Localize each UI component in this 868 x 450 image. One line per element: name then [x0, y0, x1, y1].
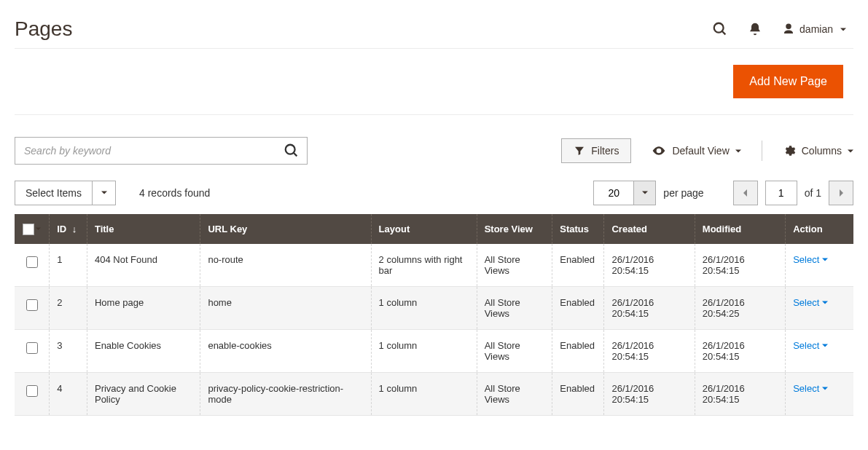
cell-layout: 1 column	[371, 329, 477, 372]
caret-down-icon	[822, 340, 828, 351]
cell-store-view: All Store Views	[477, 286, 552, 329]
caret-down-icon	[822, 297, 828, 308]
per-page-label: per page	[663, 187, 703, 199]
search-icon[interactable]	[712, 21, 728, 37]
row-action-select[interactable]: Select	[793, 254, 828, 265]
select-items-label: Select Items	[15, 181, 93, 205]
col-header-modified[interactable]: Modified	[695, 214, 785, 244]
cell-modified: 26/1/2016 20:54:15	[695, 244, 785, 287]
pager: per page of 1	[593, 181, 853, 205]
col-header-title[interactable]: Title	[87, 214, 200, 244]
caret-down-icon	[848, 145, 853, 157]
select-all-checkbox[interactable]	[23, 224, 34, 235]
filters-label: Filters	[591, 145, 619, 157]
sort-down-icon: ↓	[72, 224, 77, 234]
cell-status: Enabled	[552, 329, 604, 372]
cell-created: 26/1/2016 20:54:15	[604, 329, 695, 372]
cell-layout: 1 column	[371, 372, 477, 415]
table-row[interactable]: 4Privacy and Cookie Policyprivacy-policy…	[15, 372, 853, 415]
svg-line-1	[722, 31, 726, 35]
col-header-created[interactable]: Created	[604, 214, 695, 244]
row-action-select[interactable]: Select	[793, 383, 828, 394]
svg-line-3	[294, 153, 297, 157]
cell-modified: 26/1/2016 20:54:25	[695, 286, 785, 329]
action-bar: Add New Page	[15, 48, 853, 115]
col-header-url-key[interactable]: URL Key	[200, 214, 371, 244]
select-items-dropdown[interactable]: Select Items	[15, 181, 116, 205]
pages-grid: ID ↓ Title URL Key Layout Store View Sta…	[15, 214, 853, 416]
caret-down-icon	[822, 383, 828, 394]
prev-page-button[interactable]	[733, 181, 758, 205]
svg-point-2	[286, 145, 295, 154]
add-new-page-button[interactable]: Add New Page	[733, 65, 843, 98]
gear-icon	[783, 144, 796, 157]
caret-down-icon[interactable]	[93, 181, 116, 205]
row-checkbox[interactable]	[26, 256, 38, 268]
col-header-action: Action	[786, 214, 853, 244]
caret-down-icon[interactable]	[36, 223, 41, 234]
cell-url-key: home	[200, 286, 371, 329]
caret-down-icon	[840, 23, 846, 35]
default-view-label: Default View	[672, 145, 729, 157]
row-checkbox[interactable]	[26, 342, 38, 354]
cell-created: 26/1/2016 20:54:15	[604, 244, 695, 287]
row-checkbox[interactable]	[26, 385, 38, 397]
col-header-layout[interactable]: Layout	[371, 214, 477, 244]
eye-icon	[652, 143, 666, 158]
cell-store-view: All Store Views	[477, 244, 552, 287]
cell-layout: 2 columns with right bar	[371, 244, 477, 287]
cell-status: Enabled	[552, 372, 604, 415]
col-header-status[interactable]: Status	[552, 214, 604, 244]
svg-point-0	[714, 23, 724, 33]
cell-url-key: privacy-policy-cookie-restriction-mode	[200, 372, 371, 415]
page-title: Pages	[15, 17, 712, 41]
cell-id: 2	[50, 286, 87, 329]
cell-store-view: All Store Views	[477, 329, 552, 372]
user-icon	[782, 23, 795, 36]
cell-title: 404 Not Found	[87, 244, 200, 287]
col-header-store-view[interactable]: Store View	[477, 214, 552, 244]
table-row[interactable]: 2Home pagehome1 columnAll Store ViewsEna…	[15, 286, 853, 329]
search-input[interactable]	[23, 144, 284, 157]
row-action-select[interactable]: Select	[793, 340, 828, 351]
user-menu[interactable]: damian	[782, 23, 846, 36]
col-header-id[interactable]: ID ↓	[50, 214, 87, 244]
cell-title: Home page	[87, 286, 200, 329]
cell-status: Enabled	[552, 286, 604, 329]
cell-modified: 26/1/2016 20:54:15	[695, 329, 785, 372]
row-action-select[interactable]: Select	[793, 297, 828, 308]
search-submit-icon[interactable]	[284, 143, 300, 159]
search-box	[15, 137, 308, 165]
row-checkbox[interactable]	[26, 299, 38, 311]
page-number-input[interactable]	[765, 181, 797, 205]
columns-dropdown[interactable]: Columns	[783, 144, 853, 157]
filters-button[interactable]: Filters	[561, 138, 631, 163]
cell-status: Enabled	[552, 244, 604, 287]
cell-created: 26/1/2016 20:54:15	[604, 286, 695, 329]
notifications-icon[interactable]	[747, 21, 763, 37]
table-row[interactable]: 1404 Not Foundno-route2 columns with rig…	[15, 244, 853, 287]
default-view-dropdown[interactable]: Default View	[652, 143, 740, 158]
cell-modified: 26/1/2016 20:54:15	[695, 372, 785, 415]
cell-store-view: All Store Views	[477, 372, 552, 415]
records-found: 4 records found	[139, 187, 210, 199]
page-size-dropdown[interactable]	[634, 181, 656, 205]
cell-url-key: no-route	[200, 244, 371, 287]
cell-id: 1	[50, 244, 87, 287]
col-header-checkbox[interactable]	[15, 214, 50, 244]
cell-url-key: enable-cookies	[200, 329, 371, 372]
cell-title: Privacy and Cookie Policy	[87, 372, 200, 415]
cell-title: Enable Cookies	[87, 329, 200, 372]
funnel-icon	[574, 145, 585, 157]
cell-id: 3	[50, 329, 87, 372]
next-page-button[interactable]	[829, 181, 853, 205]
caret-down-icon	[735, 145, 741, 157]
page-size-input[interactable]	[593, 181, 634, 205]
caret-down-icon	[822, 254, 828, 265]
cell-id: 4	[50, 372, 87, 415]
of-total-label: of 1	[805, 187, 821, 199]
table-row[interactable]: 3Enable Cookiesenable-cookies1 columnAll…	[15, 329, 853, 372]
cell-layout: 1 column	[371, 286, 477, 329]
divider	[762, 141, 762, 161]
user-name: damian	[799, 23, 833, 35]
